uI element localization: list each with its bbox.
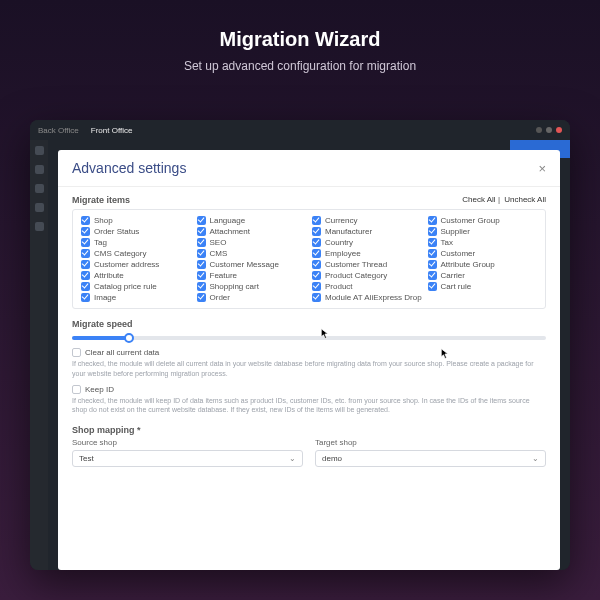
migrate-item-checkbox[interactable]: Carrier <box>428 271 538 280</box>
migrate-item-checkbox[interactable]: Employee <box>312 249 422 258</box>
tab-front-office[interactable]: Front Office <box>91 126 133 135</box>
migrate-item-checkbox[interactable]: Image <box>81 293 191 302</box>
migrate-item-checkbox[interactable]: Cart rule <box>428 282 538 291</box>
migrate-item-checkbox[interactable]: SEO <box>197 238 307 247</box>
migrate-item-checkbox[interactable]: Module AT AliExpress Dropsh… <box>312 293 422 302</box>
keep-id-help: If checked, the module will keep ID of d… <box>72 396 546 416</box>
window-controls <box>536 127 562 133</box>
tab-back-office[interactable]: Back Office <box>38 126 79 135</box>
migrate-item-checkbox[interactable]: Tax <box>428 238 538 247</box>
check-all-link[interactable]: Check All <box>462 195 495 204</box>
migrate-item-checkbox[interactable]: Product Category <box>312 271 422 280</box>
migrate-item-checkbox[interactable]: CMS Category <box>81 249 191 258</box>
migrate-item-checkbox[interactable]: Attribute <box>81 271 191 280</box>
migrate-item-checkbox[interactable]: Feature <box>197 271 307 280</box>
close-icon[interactable] <box>556 127 562 133</box>
migrate-item-checkbox[interactable]: Customer address <box>81 260 191 269</box>
migrate-item-checkbox[interactable]: Customer Thread <box>312 260 422 269</box>
keep-id-checkbox[interactable]: Keep ID <box>72 385 546 394</box>
migrate-item-checkbox[interactable]: Shop <box>81 216 191 225</box>
page-subtitle: Set up advanced configuration for migrat… <box>0 59 600 73</box>
clear-data-help: If checked, the module will delete all c… <box>72 359 546 379</box>
migrate-item-checkbox[interactable]: Customer <box>428 249 538 258</box>
target-shop-select[interactable]: demo <box>315 450 546 467</box>
migrate-item-checkbox[interactable]: Product <box>312 282 422 291</box>
app-topbar: Back Office Front Office <box>30 120 570 140</box>
migrate-item-checkbox[interactable]: Order Status <box>81 227 191 236</box>
migrate-item-checkbox[interactable]: Customer Group <box>428 216 538 225</box>
migrate-item-checkbox[interactable]: CMS <box>197 249 307 258</box>
clear-data-checkbox[interactable]: Clear all current data <box>72 348 546 357</box>
migrate-item-checkbox[interactable]: Shopping cart <box>197 282 307 291</box>
modal-close-button[interactable]: × <box>538 161 546 176</box>
screenshot-frame: Back Office Front Office Advanced settin… <box>30 120 570 570</box>
migrate-item-checkbox[interactable]: Currency <box>312 216 422 225</box>
uncheck-all-link[interactable]: Uncheck All <box>504 195 546 204</box>
migrate-items-label: Migrate items <box>72 195 130 205</box>
modal-title: Advanced settings <box>72 160 186 176</box>
migrate-item-checkbox[interactable]: Order <box>197 293 307 302</box>
migrate-items-grid: ShopLanguageCurrencyCustomer GroupOrder … <box>72 209 546 309</box>
migrate-item-checkbox[interactable]: Attribute Group <box>428 260 538 269</box>
migrate-speed-label: Migrate speed <box>72 319 546 329</box>
nav-sidebar <box>30 140 48 570</box>
migrate-item-checkbox[interactable]: Customer Message <box>197 260 307 269</box>
migrate-item-checkbox[interactable]: Manufacturer <box>312 227 422 236</box>
migrate-speed-slider[interactable] <box>72 332 546 342</box>
advanced-settings-modal: Advanced settings × Migrate items Check … <box>58 150 560 570</box>
source-shop-select[interactable]: Test <box>72 450 303 467</box>
migrate-item-checkbox[interactable]: Tag <box>81 238 191 247</box>
migrate-item-checkbox[interactable]: Language <box>197 216 307 225</box>
page-title: Migration Wizard <box>0 28 600 51</box>
source-shop-label: Source shop <box>72 438 303 447</box>
migrate-item-checkbox[interactable]: Catalog price rule <box>81 282 191 291</box>
slider-thumb[interactable] <box>124 333 134 343</box>
migrate-item-checkbox[interactable]: Country <box>312 238 422 247</box>
migrate-item-checkbox[interactable]: Attachment <box>197 227 307 236</box>
target-shop-label: Target shop <box>315 438 546 447</box>
shop-mapping-label: Shop mapping * <box>72 425 546 435</box>
migrate-item-checkbox[interactable]: Supplier <box>428 227 538 236</box>
